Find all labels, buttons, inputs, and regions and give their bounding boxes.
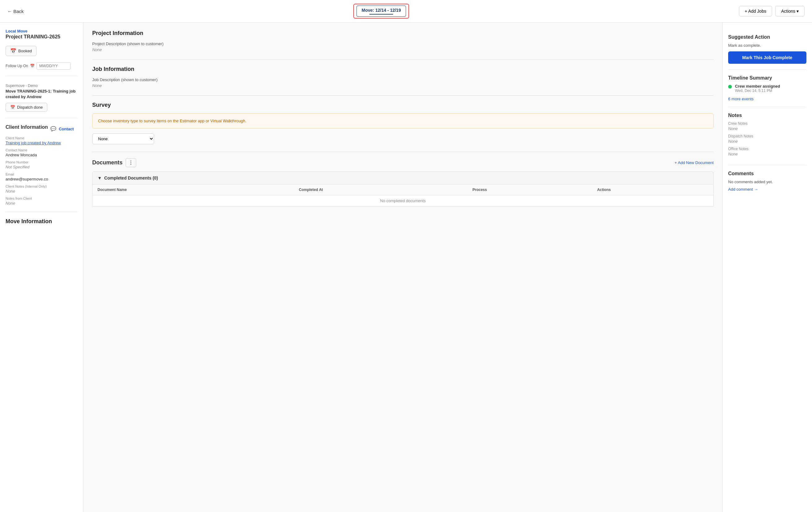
contact-name: Andrew Moncada: [6, 152, 78, 157]
docs-header: Documents ⋮ + Add New Document: [92, 158, 714, 167]
job-block: Supermove - Demo Move TRAINING-2625-1: T…: [6, 84, 78, 112]
survey-select-wrapper: None: [92, 134, 154, 144]
more-events-link[interactable]: 6 more events: [728, 96, 754, 101]
dispatch-status-badge[interactable]: 📅 Dispatch done: [6, 103, 47, 112]
completed-docs-header[interactable]: ▼ Completed Documents (0): [92, 171, 714, 184]
timeline-item: Crew member assigned Wed, Dec 14, 5:11 P…: [728, 84, 806, 93]
project-info-section: Project Information Project Description …: [92, 30, 714, 52]
left-sidebar: Local Move Project TRAINING-2625 📅 Booke…: [0, 23, 84, 512]
dispatch-icon: 📅: [10, 105, 15, 110]
right-panel: Suggested Action Mark as complete. Mark …: [722, 23, 812, 512]
sep-2: [92, 95, 714, 96]
client-notes: None: [6, 189, 78, 194]
follow-up-input[interactable]: [36, 62, 70, 69]
col-document-name: Document Name: [92, 184, 294, 195]
survey-type-select[interactable]: None: [92, 134, 154, 144]
back-button[interactable]: ← Back: [7, 9, 24, 14]
col-actions: Actions: [592, 184, 714, 195]
contact-link[interactable]: Contact: [59, 126, 74, 131]
office-notes: Office Notes None: [728, 147, 806, 156]
page-layout: Local Move Project TRAINING-2625 📅 Booke…: [0, 23, 812, 512]
back-label: ← Back: [7, 9, 24, 14]
timeline-dot: [728, 85, 732, 88]
move-badge[interactable]: Move: 12/14 - 12/19: [356, 6, 406, 17]
add-jobs-button[interactable]: + Add Jobs: [739, 6, 773, 17]
timeline-section: Timeline Summary Crew member assigned We…: [728, 69, 806, 107]
sep-3: [92, 152, 714, 152]
email: andrew@supermove.co: [6, 177, 78, 181]
move-info-section: Move Information: [6, 218, 78, 230]
notes-section: Notes Crew Notes None Dispatch Notes Non…: [728, 107, 806, 165]
suggested-action-section: Suggested Action Mark as complete. Mark …: [728, 29, 806, 69]
booked-status-badge[interactable]: 📅 Booked: [6, 46, 36, 56]
chat-icon: 💬: [51, 126, 56, 132]
calendar-icon: 📅: [10, 48, 17, 54]
survey-section: Survey Choose inventory type to survey i…: [92, 102, 714, 144]
dispatch-notes: Dispatch Notes None: [728, 134, 806, 144]
divider-1: [6, 76, 78, 76]
top-bar: ← Back Move: 12/14 - 12/19 + Add Jobs Ac…: [0, 0, 812, 23]
divider-3: [6, 212, 78, 212]
documents-table: Document Name Completed At Process Actio…: [92, 184, 714, 206]
no-docs-row: No completed documents: [92, 195, 714, 206]
chevron-down-icon: ▼: [97, 175, 102, 180]
client-information-section: Client Information 💬 Contact Client Name…: [6, 124, 78, 205]
sep-1: [92, 59, 714, 60]
docs-menu-button[interactable]: ⋮: [126, 158, 136, 167]
move-badge-wrapper: Move: 12/14 - 12/19: [353, 4, 409, 19]
job-type-label: Local Move Project TRAINING-2625: [6, 29, 78, 39]
status-section: 📅 Booked: [6, 45, 78, 56]
client-info-header: Client Information 💬 Contact: [6, 124, 78, 133]
follow-up-section: Follow Up On 📅: [6, 62, 78, 69]
main-content: Project Information Project Description …: [84, 23, 722, 512]
notes-from-client: None: [6, 201, 78, 205]
mark-complete-button[interactable]: Mark This Job Complete: [728, 51, 806, 64]
divider-2: [6, 118, 78, 118]
phone-number: Not Specified: [6, 165, 78, 169]
crew-notes: Crew Notes None: [728, 121, 806, 131]
top-actions: + Add Jobs Actions ▾: [739, 6, 805, 17]
table-header-row: Document Name Completed At Process Actio…: [92, 184, 714, 195]
comments-section: Comments No comments added yet. Add comm…: [728, 165, 806, 197]
actions-button[interactable]: Actions ▾: [775, 6, 805, 17]
job-info-section: Job Information Job Description (shown t…: [92, 66, 714, 88]
add-comment-link[interactable]: Add comment →: [728, 187, 758, 192]
calendar-small-icon: 📅: [30, 64, 35, 68]
client-name[interactable]: Training job created by Andrew: [6, 141, 78, 145]
survey-alert: Choose inventory type to survey items on…: [92, 113, 714, 129]
col-process: Process: [468, 184, 592, 195]
documents-section: Documents ⋮ + Add New Document ▼ Complet…: [92, 158, 714, 206]
add-new-document-button[interactable]: + Add New Document: [675, 160, 714, 165]
timeline-event: Crew member assigned Wed, Dec 14, 5:11 P…: [735, 84, 780, 93]
no-docs-message: No completed documents: [92, 195, 714, 206]
col-completed-at: Completed At: [294, 184, 468, 195]
